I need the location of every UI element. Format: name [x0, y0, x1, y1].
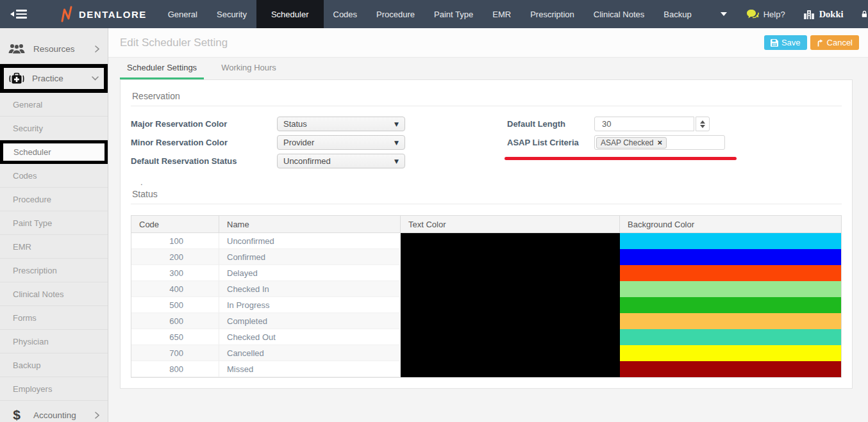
sidebar-group-accounting[interactable]: $ Accounting — [0, 401, 108, 422]
sidebar-item-emr[interactable]: EMR — [0, 235, 108, 259]
tag-close-icon[interactable]: × — [658, 138, 663, 147]
default-reservation-status-select[interactable]: Unconfirmed ▼ — [277, 154, 405, 168]
status-name-cell: Unconfirmed — [219, 233, 401, 249]
chat-help-icon — [746, 9, 759, 19]
sidebar-item-clinical-notes[interactable]: Clinical Notes — [0, 282, 108, 306]
spinner-up-icon — [700, 120, 705, 124]
minor-reservation-color-select[interactable]: Provider ▼ — [277, 135, 405, 150]
status-background-color-swatch — [620, 313, 841, 329]
status-name-cell: Completed — [219, 313, 401, 329]
topnav-item-clinical-notes[interactable]: Clinical Notes — [584, 0, 654, 28]
brand-logo[interactable]: DENTALORE — [60, 0, 147, 28]
status-table-row-700[interactable]: 700Cancelled — [131, 345, 841, 361]
stray-dot: . — [140, 180, 842, 186]
user-menu[interactable]: System Administrator — [853, 0, 868, 28]
sidebar-item-backup[interactable]: Backup — [0, 353, 108, 377]
topnav-item-emr[interactable]: EMR — [483, 0, 521, 28]
status-table-row-650[interactable]: 650Checked Out — [131, 329, 841, 345]
status-name-cell: Confirmed — [219, 249, 401, 265]
collapse-triangle-icon — [10, 12, 14, 17]
topnav-item-security[interactable]: Security — [207, 0, 256, 28]
status-text-color-swatch — [401, 345, 620, 361]
major-reservation-color-value: Status — [283, 119, 307, 129]
status-background-color-swatch — [620, 249, 841, 265]
default-length-label: Default Length — [507, 119, 594, 129]
topnav-item-prescription[interactable]: Prescription — [521, 0, 584, 28]
sidebar-item-procedure[interactable]: Procedure — [0, 188, 108, 211]
topnav-item-paint-type[interactable]: Paint Type — [424, 0, 483, 28]
topnav-item-general[interactable]: General — [158, 0, 207, 28]
status-name-cell: Cancelled — [219, 345, 401, 361]
status-table-row-600[interactable]: 600Completed — [131, 313, 841, 329]
status-table: Code Name Text Color Background Color 10… — [131, 215, 842, 378]
brand-zigzag-icon — [60, 6, 73, 22]
spinner-down-icon — [700, 125, 705, 128]
sidebar-item-forms[interactable]: Forms — [0, 306, 108, 330]
sidebar-practice-items: GeneralSecuritySchedulerCodesProcedurePa… — [0, 93, 108, 401]
top-navbar: DENTALORE GeneralSecuritySchedulerCodesP… — [0, 0, 868, 28]
status-table-row-500[interactable]: 500In Progress — [131, 297, 841, 313]
status-background-color-swatch — [620, 345, 841, 361]
hamburger-icon — [16, 10, 27, 19]
cancel-button[interactable]: Cancel — [810, 35, 859, 50]
sidebar-item-paint-type[interactable]: Paint Type — [0, 211, 108, 235]
page-title: Edit Scheduler Setting — [120, 37, 228, 49]
topnav-item-codes[interactable]: Codes — [324, 0, 367, 28]
column-header-background-color[interactable]: Background Color — [620, 216, 841, 232]
asap-list-criteria-input[interactable]: ASAP Checked × — [594, 135, 725, 150]
sidebar-item-scheduler[interactable]: Scheduler — [0, 140, 108, 164]
main-content: Edit Scheduler Setting Save — [108, 28, 868, 422]
column-header-name[interactable]: Name — [219, 216, 401, 232]
people-icon — [8, 44, 25, 54]
chevron-right-icon — [95, 45, 99, 53]
save-floppy-icon — [771, 39, 778, 47]
asap-checked-tag-label: ASAP Checked — [601, 138, 654, 147]
default-length-input[interactable] — [594, 117, 694, 131]
tab-scheduler-settings[interactable]: Scheduler Settings — [120, 58, 204, 79]
sidebar-item-codes[interactable]: Codes — [0, 164, 108, 188]
minor-reservation-color-value: Provider — [283, 138, 314, 147]
select-caret-icon: ▼ — [394, 140, 399, 146]
asap-list-criteria-label: ASAP List Criteria — [507, 138, 594, 147]
sidebar-item-prescription[interactable]: Prescription — [0, 259, 108, 282]
column-header-code[interactable]: Code — [131, 216, 219, 232]
column-header-text-color[interactable]: Text Color — [401, 216, 620, 232]
lock-icon — [862, 9, 867, 19]
topnav-item-scheduler[interactable]: Scheduler — [256, 0, 324, 28]
default-reservation-status-label: Default Reservation Status — [131, 156, 277, 166]
page-header: Edit Scheduler Setting Save — [108, 28, 868, 58]
sidebar-group-label: Accounting — [33, 410, 76, 420]
medical-bag-icon — [9, 72, 24, 85]
topnav-item-backup[interactable]: Backup — [654, 0, 701, 28]
status-code-cell: 500 — [131, 297, 219, 313]
scheduler-settings-panel: Reservation Major Reservation Color Stat… — [120, 79, 853, 389]
status-table-row-300[interactable]: 300Delayed — [131, 265, 841, 281]
status-table-row-800[interactable]: 800Missed — [131, 361, 841, 377]
tenant-menu-item[interactable]: Dokki — [794, 0, 853, 28]
status-table-row-200[interactable]: 200Confirmed — [131, 249, 841, 265]
save-button[interactable]: Save — [764, 35, 807, 50]
tab-working-hours[interactable]: Working Hours — [214, 58, 283, 79]
asap-checked-tag: ASAP Checked × — [596, 137, 667, 149]
status-table-row-400[interactable]: 400Checked In — [131, 281, 841, 297]
default-length-stepper[interactable] — [696, 117, 710, 131]
sidebar-item-general[interactable]: General — [0, 93, 108, 117]
topnav-more-dropdown[interactable] — [710, 0, 737, 28]
sidebar-group-resources[interactable]: Resources — [0, 35, 108, 64]
help-menu-item[interactable]: Help? — [737, 0, 794, 28]
sidebar-group-practice[interactable]: Practice — [0, 64, 108, 93]
major-reservation-color-select[interactable]: Status ▼ — [277, 117, 405, 131]
sidebar-item-security[interactable]: Security — [0, 117, 108, 140]
chevron-down-icon — [92, 76, 99, 81]
status-table-row-100[interactable]: 100Unconfirmed — [131, 233, 841, 249]
annotation-red-underline — [505, 157, 737, 160]
select-caret-icon: ▼ — [394, 121, 399, 127]
topnav-items: GeneralSecuritySchedulerCodesProcedurePa… — [158, 0, 701, 28]
sidebar-item-employers[interactable]: Employers — [0, 377, 108, 401]
topnav-item-procedure[interactable]: Procedure — [367, 0, 424, 28]
sidebar-item-physician[interactable]: Physician — [0, 330, 108, 353]
status-text-color-swatch — [401, 313, 620, 329]
select-caret-icon: ▼ — [394, 158, 399, 165]
sidebar-group-label: Resources — [33, 44, 75, 54]
sidebar-toggle-button[interactable] — [0, 0, 33, 28]
